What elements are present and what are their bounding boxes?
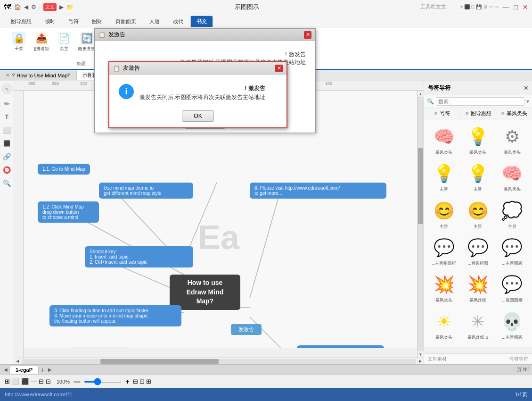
modal-ok-btn[interactable]: OK (182, 110, 213, 122)
clipart-sun-silver[interactable]: ✳ 暴风炸线 S (462, 308, 494, 343)
view-btn-1[interactable]: ⊟ (133, 378, 138, 385)
clipart-burst-orange[interactable]: 💥 暴风炸线 (462, 271, 494, 306)
ribbon-btn-lock[interactable]: 🔒 千关 (8, 29, 29, 54)
zoom-plus[interactable]: + (125, 378, 129, 385)
right-tab-close-mind[interactable]: ✕ (465, 111, 469, 116)
close-btn[interactable]: ✕ (523, 3, 528, 11)
left-tool-text[interactable]: T (1, 111, 13, 123)
node-activate[interactable]: 发激告 (231, 324, 262, 335)
clipart-brain-red[interactable]: 🧠 暴风类头 (428, 123, 460, 158)
left-tool-link[interactable]: 🔗 (1, 151, 13, 162)
clipart-sun-yellow[interactable]: ☀ 暴风类头 (428, 308, 460, 343)
doc-tab-close-howto[interactable]: ✕ (6, 73, 9, 78)
search-input[interactable] (436, 97, 524, 106)
horizontal-scrollbar[interactable]: ◀ ▶ (14, 358, 424, 364)
ribbon-btn-page[interactable]: 📄 页主 (54, 29, 74, 54)
left-tool-arrow[interactable]: ↖ (1, 83, 13, 94)
scroll-up-btn[interactable]: ▲ (417, 91, 424, 97)
modal-outer-close[interactable]: ✕ (304, 31, 311, 39)
right-tab-mind[interactable]: ✕ 图导思想 (460, 108, 497, 119)
h-scroll-thumb[interactable] (100, 359, 219, 364)
right-tab-close-symbol[interactable]: ✕ (434, 111, 438, 116)
quick-access-extra[interactable]: 文文 (43, 3, 57, 11)
right-panel-scroll[interactable] (424, 347, 532, 353)
maximize-btn[interactable]: □ (514, 3, 518, 11)
tab-text[interactable]: 书文 (190, 16, 213, 27)
clipart-thought-white[interactable]: 💭 主旨 (496, 197, 528, 232)
clipart-burst-yellow[interactable]: 💥 暴风类头 (428, 271, 460, 306)
clipart-chat-blue[interactable]: 💬 ...主旨图圆 (496, 234, 528, 269)
scroll-left-btn[interactable]: ◀ (14, 358, 21, 365)
left-tool-rect[interactable]: ⬜ (1, 125, 13, 136)
modal-outer-title-area: 📋 发激告 (98, 31, 125, 39)
view-btn-3[interactable]: ⊞ (146, 378, 151, 385)
node-ribbon[interactable]: Mind Map tab on Ribbon (297, 345, 384, 348)
h-scroll-track[interactable] (22, 359, 416, 364)
scroll-track[interactable] (417, 97, 424, 351)
tab-person[interactable]: 人道 (143, 16, 166, 27)
clipart-smile-yellow[interactable]: 😊 主旨 (428, 197, 460, 232)
scroll-thumb[interactable] (418, 148, 423, 224)
quick-access-back[interactable]: ◀ (24, 4, 28, 10)
left-tool-connector[interactable]: ⬛ (1, 138, 13, 149)
left-tool-circle[interactable]: ⭕ (1, 164, 13, 175)
clipart-chat-pink[interactable]: 💬 ...旨圆框图 (462, 234, 494, 269)
tab-finance[interactable]: 图财 (86, 16, 108, 27)
quick-access-home[interactable]: 🏠 (14, 4, 21, 10)
right-tab-storm[interactable]: ✕ 暴风类头 (496, 108, 532, 119)
status-url: http://www.edrawsoft.com\1\1 (5, 392, 73, 397)
left-tool-zoom[interactable]: 🔍 (1, 177, 13, 189)
node-floating[interactable]: 3. Click floating button to add sub topi… (49, 305, 181, 326)
node-1-1[interactable]: 1.1. Go to Mind Map (38, 164, 90, 175)
tab-mind-map[interactable]: 图导思想 (5, 16, 38, 27)
node-center[interactable]: How to useEdraw MindMap? (170, 275, 240, 310)
clipart-bulb-blue[interactable]: 💡 暴风类头 (462, 123, 494, 158)
doc-tab-howto[interactable]: ✕ ? How to Use Mind Map? (0, 71, 77, 80)
node-visit[interactable]: 8. Please visit http://www.edrawsoft.com… (250, 183, 386, 199)
page-tab-1[interactable]: 1-egaP (9, 366, 39, 374)
zoom-icon-3[interactable]: ⬛ (21, 378, 29, 385)
zoom-icon-6[interactable]: ⊡ (46, 378, 51, 385)
scroll-right-btn[interactable]: ▶ (417, 358, 424, 365)
right-panel-close[interactable]: ✕ (524, 85, 528, 92)
page-nav-prev[interactable]: ◀ (2, 367, 9, 372)
modal-inner-close[interactable]: ✕ (275, 65, 283, 72)
clipart-bulb-green[interactable]: 💡 主旨 (462, 160, 494, 195)
zoom-icon-4[interactable]: — (31, 378, 37, 385)
clipart-smile-teal[interactable]: 😊 主旨 (462, 197, 494, 232)
scroll-down-btn[interactable]: ▼ (417, 351, 424, 358)
ribbon-btn-send[interactable]: 📤 []携送短 (31, 29, 52, 54)
left-tool-pen[interactable]: ✏ (1, 98, 13, 109)
zoom-minus[interactable]: — (74, 378, 80, 385)
view-btn-2[interactable]: ⊡ (139, 378, 145, 385)
zoom-icon-5[interactable]: ⊟ (39, 378, 44, 385)
node-4-1[interactable]: 4.1. Select a mind (68, 348, 130, 348)
clipart-brain-brown[interactable]: 🧠 暴风类头 (496, 160, 528, 195)
clipart-chat-blue2[interactable]: 💬 ...旨圆图框 (496, 271, 528, 306)
clipart-bulb-yellow[interactable]: 💡 主旨 (428, 160, 460, 195)
tab-generation[interactable]: 战代 (167, 16, 189, 27)
search-toggle[interactable]: ▾ (526, 98, 529, 105)
tab-dun[interactable]: 顿时 (39, 16, 61, 27)
vertical-scrollbar[interactable]: ▲ ▼ (417, 91, 424, 358)
node-1-2[interactable]: 1.2. Click Mind Mapdrop down buttonto ch… (38, 201, 99, 223)
quick-access-bookmark[interactable]: 📁 (66, 4, 74, 10)
page-nav-next[interactable]: ▶ (46, 367, 54, 372)
zoom-icon-1[interactable]: ⊞ (5, 378, 10, 385)
ribbon-tab-strip: 图导思想 顿时 号符 图财 页面面页 人道 战代 书文 (0, 14, 532, 27)
page-tab-add[interactable]: + (39, 366, 46, 374)
tab-symbol[interactable]: 号符 (62, 16, 85, 27)
zoom-slider[interactable] (84, 381, 122, 383)
quick-access-settings[interactable]: ⚙ (31, 4, 36, 10)
quick-access-nav[interactable]: ▶ (59, 4, 64, 10)
minimize-btn[interactable]: — (503, 3, 509, 11)
clipart-gear-gray[interactable]: ⚙ 暴风类头 (496, 123, 528, 158)
zoom-icon-2[interactable]: ⬜ (12, 378, 19, 385)
node-theme[interactable]: Use mind map theme toget different mind … (99, 183, 193, 199)
clipart-skull[interactable]: 💀 ...主旨图圆 (496, 308, 528, 343)
right-tab-close-storm[interactable]: ✕ (501, 111, 505, 116)
tab-page[interactable]: 页面面页 (109, 16, 142, 27)
clipart-chat-yellow[interactable]: 💬 ...主旨图圆框 (428, 234, 460, 269)
right-tab-symbol[interactable]: ✕ 号符 (424, 108, 460, 119)
node-shortcut[interactable]: Shortcut key:1. Insert: add topic.2. Ctr… (85, 246, 193, 267)
